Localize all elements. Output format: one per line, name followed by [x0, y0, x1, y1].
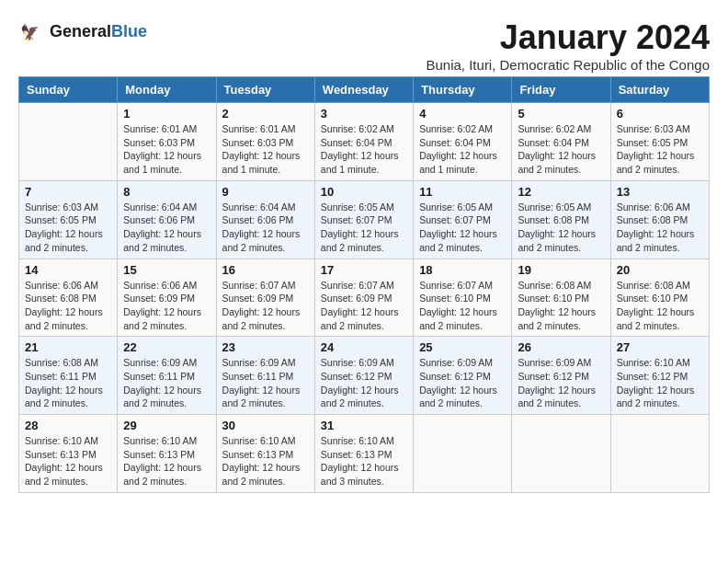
day-number: 11	[419, 185, 506, 199]
day-number: 6	[617, 107, 703, 121]
day-info: Sunrise: 6:09 AM Sunset: 6:12 PM Dayligh…	[321, 356, 407, 410]
day-number: 3	[321, 107, 407, 121]
day-number: 22	[123, 340, 210, 354]
day-number: 15	[123, 263, 210, 277]
day-number: 13	[617, 185, 703, 199]
calendar-cell: 31Sunrise: 6:10 AM Sunset: 6:13 PM Dayli…	[314, 415, 413, 493]
page-header: 🦅 GeneralBlue January 2024 Bunia, Ituri,…	[18, 18, 710, 73]
svg-text:🦅: 🦅	[20, 23, 40, 42]
day-number: 27	[617, 340, 703, 354]
calendar-cell: 11Sunrise: 6:05 AM Sunset: 6:07 PM Dayli…	[414, 180, 512, 259]
day-info: Sunrise: 6:05 AM Sunset: 6:07 PM Dayligh…	[321, 201, 407, 255]
day-info: Sunrise: 6:07 AM Sunset: 6:10 PM Dayligh…	[419, 279, 506, 333]
day-info: Sunrise: 6:07 AM Sunset: 6:09 PM Dayligh…	[222, 279, 309, 333]
calendar-cell: 22Sunrise: 6:09 AM Sunset: 6:11 PM Dayli…	[118, 337, 216, 415]
calendar-cell: 30Sunrise: 6:10 AM Sunset: 6:13 PM Dayli…	[216, 415, 314, 493]
calendar-cell: 1Sunrise: 6:01 AM Sunset: 6:03 PM Daylig…	[118, 103, 216, 181]
day-info: Sunrise: 6:05 AM Sunset: 6:07 PM Dayligh…	[419, 201, 506, 255]
calendar-cell: 10Sunrise: 6:05 AM Sunset: 6:07 PM Dayli…	[314, 180, 413, 259]
day-number: 5	[518, 107, 604, 121]
calendar-week-3: 14Sunrise: 6:06 AM Sunset: 6:08 PM Dayli…	[19, 259, 710, 337]
day-number: 29	[123, 419, 210, 432]
day-info: Sunrise: 6:10 AM Sunset: 6:13 PM Dayligh…	[222, 434, 309, 488]
day-info: Sunrise: 6:03 AM Sunset: 6:05 PM Dayligh…	[25, 201, 111, 255]
calendar-cell	[414, 415, 512, 493]
day-number: 16	[222, 263, 309, 277]
day-number: 23	[222, 340, 309, 354]
calendar-cell: 17Sunrise: 6:07 AM Sunset: 6:09 PM Dayli…	[314, 259, 413, 337]
calendar-cell: 13Sunrise: 6:06 AM Sunset: 6:08 PM Dayli…	[610, 180, 709, 259]
day-info: Sunrise: 6:09 AM Sunset: 6:11 PM Dayligh…	[123, 356, 210, 410]
day-info: Sunrise: 6:05 AM Sunset: 6:08 PM Dayligh…	[518, 201, 604, 255]
day-info: Sunrise: 6:10 AM Sunset: 6:13 PM Dayligh…	[321, 434, 407, 488]
calendar-title: January 2024	[427, 18, 711, 57]
day-number: 1	[123, 107, 210, 121]
calendar-cell: 19Sunrise: 6:08 AM Sunset: 6:10 PM Dayli…	[512, 259, 610, 337]
day-info: Sunrise: 6:09 AM Sunset: 6:11 PM Dayligh…	[222, 356, 309, 410]
calendar-cell: 4Sunrise: 6:02 AM Sunset: 6:04 PM Daylig…	[414, 103, 512, 181]
logo: 🦅 GeneralBlue	[18, 18, 147, 46]
day-info: Sunrise: 6:10 AM Sunset: 6:13 PM Dayligh…	[123, 434, 210, 488]
day-info: Sunrise: 6:04 AM Sunset: 6:06 PM Dayligh…	[222, 201, 309, 255]
calendar-cell: 3Sunrise: 6:02 AM Sunset: 6:04 PM Daylig…	[314, 103, 413, 181]
day-info: Sunrise: 6:06 AM Sunset: 6:08 PM Dayligh…	[617, 201, 703, 255]
day-number: 28	[25, 419, 111, 432]
day-number: 17	[321, 263, 407, 277]
logo-text: GeneralBlue	[50, 23, 147, 41]
day-number: 26	[518, 340, 604, 354]
calendar-cell: 8Sunrise: 6:04 AM Sunset: 6:06 PM Daylig…	[118, 180, 216, 259]
day-header-friday: Friday	[512, 77, 610, 103]
day-number: 18	[419, 263, 506, 277]
calendar-cell: 9Sunrise: 6:04 AM Sunset: 6:06 PM Daylig…	[216, 180, 314, 259]
day-info: Sunrise: 6:08 AM Sunset: 6:10 PM Dayligh…	[617, 279, 703, 333]
day-number: 30	[222, 419, 309, 432]
day-info: Sunrise: 6:09 AM Sunset: 6:12 PM Dayligh…	[419, 356, 506, 410]
day-info: Sunrise: 6:10 AM Sunset: 6:13 PM Dayligh…	[25, 434, 111, 488]
day-info: Sunrise: 6:04 AM Sunset: 6:06 PM Dayligh…	[123, 201, 210, 255]
day-number: 21	[25, 340, 111, 354]
day-header-sunday: Sunday	[19, 77, 118, 103]
day-info: Sunrise: 6:08 AM Sunset: 6:11 PM Dayligh…	[25, 356, 111, 410]
calendar-cell: 16Sunrise: 6:07 AM Sunset: 6:09 PM Dayli…	[216, 259, 314, 337]
calendar-cell: 28Sunrise: 6:10 AM Sunset: 6:13 PM Dayli…	[19, 415, 118, 493]
day-info: Sunrise: 6:01 AM Sunset: 6:03 PM Dayligh…	[123, 122, 210, 177]
day-number: 20	[617, 263, 703, 277]
day-info: Sunrise: 6:02 AM Sunset: 6:04 PM Dayligh…	[321, 122, 407, 177]
day-number: 19	[518, 263, 604, 277]
day-info: Sunrise: 6:08 AM Sunset: 6:10 PM Dayligh…	[518, 279, 604, 333]
day-info: Sunrise: 6:02 AM Sunset: 6:04 PM Dayligh…	[419, 122, 506, 177]
calendar-cell: 5Sunrise: 6:02 AM Sunset: 6:04 PM Daylig…	[512, 103, 610, 181]
day-info: Sunrise: 6:06 AM Sunset: 6:09 PM Dayligh…	[123, 279, 210, 333]
calendar-cell: 20Sunrise: 6:08 AM Sunset: 6:10 PM Dayli…	[610, 259, 709, 337]
day-number: 2	[222, 107, 309, 121]
calendar-cell	[610, 415, 709, 493]
day-number: 24	[321, 340, 407, 354]
calendar-cell: 6Sunrise: 6:03 AM Sunset: 6:05 PM Daylig…	[610, 103, 709, 181]
day-info: Sunrise: 6:03 AM Sunset: 6:05 PM Dayligh…	[617, 122, 703, 177]
day-header-wednesday: Wednesday	[314, 77, 413, 103]
day-number: 12	[518, 185, 604, 199]
calendar-cell: 27Sunrise: 6:10 AM Sunset: 6:12 PM Dayli…	[610, 337, 709, 415]
day-info: Sunrise: 6:06 AM Sunset: 6:08 PM Dayligh…	[25, 279, 111, 333]
calendar-cell: 7Sunrise: 6:03 AM Sunset: 6:05 PM Daylig…	[19, 180, 118, 259]
calendar-cell: 18Sunrise: 6:07 AM Sunset: 6:10 PM Dayli…	[414, 259, 512, 337]
day-header-tuesday: Tuesday	[216, 77, 314, 103]
day-header-monday: Monday	[118, 77, 216, 103]
calendar-cell: 21Sunrise: 6:08 AM Sunset: 6:11 PM Dayli…	[19, 337, 118, 415]
calendar-cell: 29Sunrise: 6:10 AM Sunset: 6:13 PM Dayli…	[118, 415, 216, 493]
day-number: 9	[222, 185, 309, 199]
day-info: Sunrise: 6:07 AM Sunset: 6:09 PM Dayligh…	[321, 279, 407, 333]
calendar-week-4: 21Sunrise: 6:08 AM Sunset: 6:11 PM Dayli…	[19, 337, 710, 415]
calendar-cell: 2Sunrise: 6:01 AM Sunset: 6:03 PM Daylig…	[216, 103, 314, 181]
calendar-body: 1Sunrise: 6:01 AM Sunset: 6:03 PM Daylig…	[19, 103, 710, 493]
calendar-subtitle: Bunia, Ituri, Democratic Republic of the…	[427, 57, 711, 73]
day-number: 31	[321, 419, 407, 432]
day-number: 7	[25, 185, 111, 199]
calendar-cell: 25Sunrise: 6:09 AM Sunset: 6:12 PM Dayli…	[414, 337, 512, 415]
calendar-week-1: 1Sunrise: 6:01 AM Sunset: 6:03 PM Daylig…	[19, 103, 710, 181]
calendar-cell: 12Sunrise: 6:05 AM Sunset: 6:08 PM Dayli…	[512, 180, 610, 259]
calendar-cell: 14Sunrise: 6:06 AM Sunset: 6:08 PM Dayli…	[19, 259, 118, 337]
calendar-week-5: 28Sunrise: 6:10 AM Sunset: 6:13 PM Dayli…	[19, 415, 710, 493]
day-number: 14	[25, 263, 111, 277]
logo-icon: 🦅	[18, 18, 46, 46]
